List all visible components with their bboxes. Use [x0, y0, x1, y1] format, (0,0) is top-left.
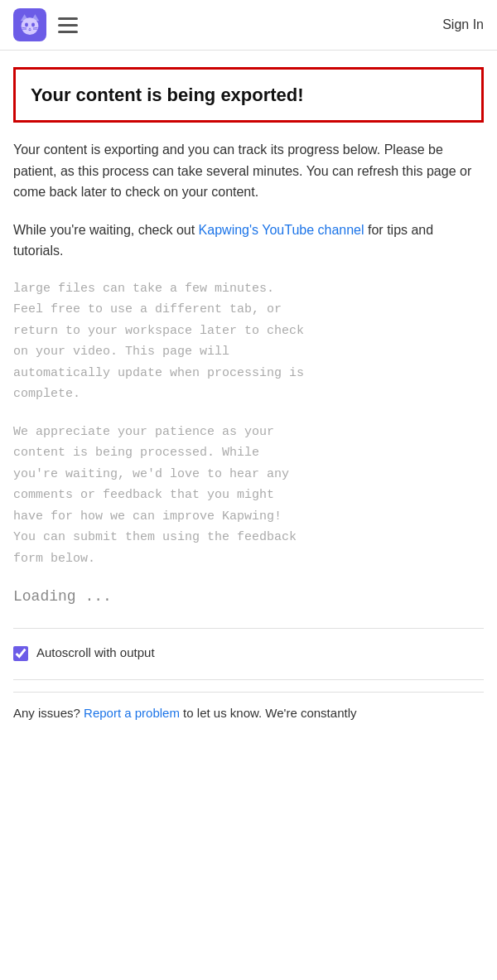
autoscroll-row: Autoscroll with output — [13, 640, 484, 663]
export-title-box: Your content is being exported! — [13, 67, 484, 123]
sign-in-button[interactable]: Sign In — [442, 17, 484, 32]
autoscroll-label: Autoscroll with output — [36, 644, 155, 663]
divider — [13, 628, 484, 629]
header: Sign In — [0, 0, 497, 51]
report-problem-link[interactable]: Report a problem — [84, 706, 180, 720]
youtube-text-before: While you're waiting, check out — [13, 223, 199, 237]
svg-point-5 — [31, 23, 35, 27]
issues-row: Any issues? Report a problem to let us k… — [13, 692, 484, 723]
svg-point-4 — [25, 23, 28, 27]
loading-indicator: Loading ... — [13, 586, 484, 608]
main-content: Your content is being exported! Your con… — [0, 51, 497, 739]
feedback-paragraph: We appreciate your patience as your cont… — [13, 422, 484, 570]
youtube-paragraph: While you're waiting, check out Kapwing'… — [13, 220, 484, 262]
header-left — [13, 8, 78, 41]
app-logo[interactable] — [13, 8, 46, 41]
autoscroll-checkbox[interactable] — [13, 646, 28, 661]
export-title: Your content is being exported! — [31, 81, 466, 109]
youtube-channel-link[interactable]: Kapwing's YouTube channel — [199, 223, 364, 237]
description-paragraph: Your content is exporting and you can tr… — [13, 139, 484, 203]
svg-point-3 — [22, 17, 39, 35]
issues-text-before: Any issues? — [13, 706, 84, 720]
hamburger-menu-icon[interactable] — [58, 17, 78, 33]
divider-bottom — [13, 679, 484, 680]
processing-note: large files can take a few minutes. Feel… — [13, 278, 484, 405]
issues-text-after: to let us know. We're constantly — [180, 706, 357, 720]
